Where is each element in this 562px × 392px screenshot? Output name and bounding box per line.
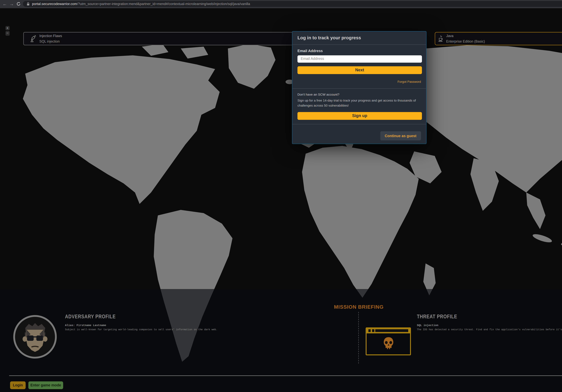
enter-game-mode-button[interactable]: Enter game mode (28, 381, 63, 389)
footer-rule (9, 375, 562, 376)
mission-briefing-section: MISSION BRIEFING (0, 289, 562, 392)
lock-icon[interactable] (26, 2, 30, 6)
portal-page: + − Injection Flaws SQL injection (0, 8, 562, 392)
back-icon[interactable]: ← (1, 1, 8, 7)
threat-skull-icon (366, 327, 411, 355)
map-zoom-in-button[interactable]: + (5, 26, 10, 30)
sumatra (532, 232, 553, 244)
login-modal: Log in to track your progress Email Addr… (292, 31, 427, 144)
continent-north-america (23, 55, 220, 204)
login-modal-title: Log in to track your progress (297, 35, 361, 40)
adversary-description: Subject is well-known for targeting worl… (65, 328, 218, 331)
challenge-subcategory-label: SQL injection (39, 39, 62, 43)
next-button[interactable]: Next (297, 66, 422, 74)
threat-name: SQL injection (417, 324, 562, 327)
threat-description: The IDS has detected a security threat. … (417, 328, 562, 331)
signup-description: Sign up for a free 14-day trial to track… (297, 98, 422, 108)
reload-icon[interactable] (15, 2, 22, 6)
map-zoom-out-button[interactable]: − (5, 31, 10, 35)
address-bar[interactable]: portal.securecodewarrior.com/?utm_source… (23, 1, 562, 7)
adversary-avatar (13, 314, 57, 359)
screen: ← → portal.securecodewarrior.com/?utm_so… (0, 0, 562, 392)
se-asia (526, 192, 545, 229)
forgot-password-link[interactable]: Forgot Password (398, 80, 421, 83)
language-edition: Enterprise Edition (Basic) (446, 39, 485, 43)
briefing-divider (358, 312, 359, 363)
sql-injection-syringe-icon (30, 35, 37, 43)
mission-briefing-title: MISSION BRIEFING (0, 304, 562, 309)
arctic-islands (142, 44, 208, 58)
signup-prompt: Don't have an SCW account? (297, 93, 421, 96)
signup-button[interactable]: Sign up (297, 112, 422, 120)
skull-window-titlebar (366, 328, 410, 333)
greenland (228, 44, 275, 89)
forward-icon[interactable]: → (8, 1, 15, 7)
challenge-category-label: Injection Flaws (39, 34, 62, 38)
login-modal-header: Log in to track your progress (293, 31, 426, 45)
url-text: portal.securecodewarrior.com/?utm_source… (32, 2, 562, 6)
java-cup-icon (438, 35, 444, 42)
signup-section: Don't have an SCW account? Sign up for a… (293, 88, 426, 120)
language-selector-panel[interactable]: Java Enterprise Edition (Basic) REMEMBER… (435, 32, 562, 45)
java-island (561, 242, 562, 246)
browser-toolbar: ← → portal.securecodewarrior.com/?utm_so… (0, 0, 562, 8)
adversary-profile: ADVERSARY PROFILE Alias: Firstname Lastn… (65, 313, 218, 331)
continue-as-guest-button[interactable]: Continue as guest (380, 131, 421, 140)
threat-profile-title: THREAT PROFILE (417, 313, 548, 319)
email-field[interactable] (297, 55, 422, 62)
login-button[interactable]: Login (10, 381, 26, 389)
email-label: Email Address (297, 49, 421, 53)
login-modal-footer: Continue as guest (293, 124, 426, 146)
adversary-profile-title: ADVERSARY PROFILE (65, 313, 187, 319)
language-name: Java (446, 34, 485, 38)
threat-profile: THREAT PROFILE SQL injection The IDS has… (417, 313, 562, 331)
africa (302, 146, 419, 298)
adversary-alias: Alias: Firstname Lastname (65, 324, 218, 327)
